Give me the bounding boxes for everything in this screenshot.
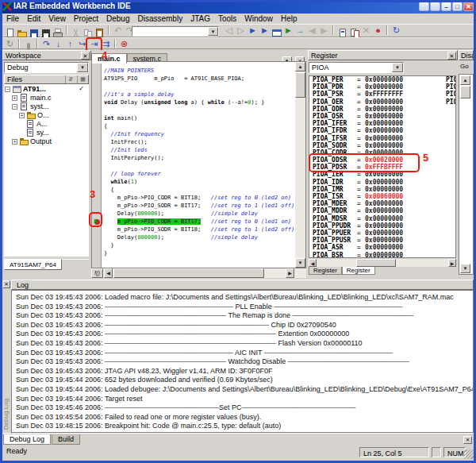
scroll-right-icon[interactable]: ▶ — [286, 268, 294, 278]
register-row-pioa_sodr[interactable]: PIOA_SODR=0x00000000 — [309, 142, 455, 149]
tab-build[interactable]: Build — [52, 434, 80, 445]
stop-debugging-button[interactable]: ⊗ — [118, 39, 130, 50]
debug-session-button[interactable]: ● — [372, 25, 384, 37]
go-button[interactable]: ⇉ — [100, 39, 112, 50]
step-over-button[interactable]: ↷ — [40, 39, 52, 50]
code-line[interactable]: m_pPio->PIO_CODR = BIT18; //set reg to 0… — [104, 194, 286, 202]
files-column-1-icon[interactable]: ⇵ — [65, 75, 76, 83]
tree-expander-icon[interactable]: − — [12, 104, 17, 110]
menu-disassembly[interactable]: Disassembly — [133, 14, 186, 24]
register-row-pioa_mdsr[interactable]: PIOA_MDSR=0x00000000 — [309, 215, 455, 222]
register-combo-dropdown[interactable]: ▼ — [392, 63, 403, 72]
find-combo-dropdown[interactable]: ▼ — [208, 27, 218, 36]
toggle-breakpoint-button[interactable]: ► — [259, 25, 271, 37]
log-tabbar-close-icon[interactable]: ✕ — [463, 436, 472, 444]
editor-horizontal-scrollbar[interactable]: f() ◀ ▶ — [91, 268, 306, 278]
cut-button[interactable] — [70, 25, 82, 37]
make-project-button[interactable] — [348, 25, 360, 37]
stop-build-button[interactable]: ✕ — [360, 25, 372, 37]
tree-expander-icon[interactable]: − — [5, 87, 10, 92]
navigate-back-button[interactable]: ◀ — [306, 25, 318, 37]
menu-debug[interactable]: Debug — [102, 14, 133, 24]
register-row-pioa_isr[interactable]: PIOA_ISR=0x00060000 — [309, 193, 455, 200]
code-line[interactable]: void Delay (unsigned long a) { while (--… — [104, 98, 286, 106]
register-row-pioa_asr[interactable]: PIOA_ASR=0x00000000 — [309, 244, 455, 251]
code-line[interactable]: //it's a simple delay — [104, 91, 286, 98]
code-line[interactable] — [104, 83, 286, 91]
minimize-button[interactable]: – — [441, 2, 451, 11]
editor-vertical-scrollbar[interactable]: ▲ ▼ — [295, 62, 305, 268]
save-all-button[interactable] — [40, 25, 52, 37]
register-row-pioa_codr[interactable]: PIOA_CODR=0x00000000 — [309, 149, 455, 156]
register-row-pioa_osr[interactable]: PIOA_OSR=0x00060000 — [309, 113, 455, 120]
code-line[interactable]: InitPeriphery(); — [104, 154, 286, 162]
menu-edit[interactable]: Edit — [23, 14, 44, 24]
register-tab-2[interactable]: Register — [342, 267, 375, 275]
code-line[interactable]: { — [104, 186, 286, 194]
window-button-2[interactable] — [430, 2, 440, 11]
step-into-button[interactable]: ↓ — [52, 39, 64, 50]
code-line[interactable]: } — [104, 241, 286, 249]
tree-item-o[interactable]: +O... — [4, 110, 89, 119]
step-out-button[interactable]: ↑ — [64, 39, 76, 50]
code-line[interactable]: Delay(800000); //simple delay — [104, 210, 286, 218]
register-row-pioa_pdsr[interactable]: PIOA_PDSR=0xFFFBFFFF — [309, 164, 455, 171]
maximize-button[interactable]: □ — [452, 2, 463, 11]
tree-expander-icon[interactable]: + — [19, 113, 25, 118]
code-line[interactable]: while(1) — [104, 178, 286, 186]
configuration-combo[interactable]: Debug ▼ — [4, 62, 89, 73]
scroll-up-icon[interactable]: ▲ — [295, 62, 305, 71]
tree-expander-icon[interactable]: + — [12, 95, 17, 101]
reset-button[interactable]: ↻ — [4, 39, 16, 50]
menu-tools[interactable]: Tools — [214, 14, 240, 24]
go-to-pointer-button[interactable]: ► — [247, 25, 259, 37]
register-row-pioa_psr[interactable]: PIOA_PSR=0xFFFFFFFFPIOA — [309, 91, 455, 98]
register-row-pioa_mddr[interactable]: PIOA_MDDR=0x00000000 — [309, 207, 455, 214]
register-row-pioa_per[interactable]: PIOA_PER=0x00000000PIOA — [309, 76, 455, 83]
register-row-pioa_bsr[interactable]: PIOA_BSR=0x00000000 — [309, 252, 455, 259]
code-line[interactable]: //MAIN POINTERS — [104, 67, 286, 75]
code-line[interactable] — [104, 106, 286, 114]
register-tab-1[interactable]: Register — [309, 267, 342, 275]
configuration-combo-dropdown[interactable]: ▼ — [77, 63, 88, 72]
tree-item-syst[interactable]: −syst... — [4, 102, 89, 110]
watch-window-button[interactable] — [271, 25, 282, 37]
menu-file[interactable]: File — [2, 14, 23, 24]
paste-button[interactable] — [94, 25, 106, 37]
register-row-pioa_ppudr[interactable]: PIOA_PPUDR=0x00000000 — [309, 222, 455, 230]
close-button[interactable]: ✕ — [463, 2, 474, 11]
code-line[interactable]: m_pPio->PIO_SODR = BIT18; //set reg to 1… — [104, 226, 286, 233]
code-line[interactable] — [104, 162, 286, 170]
window-button-1[interactable] — [419, 2, 429, 11]
workspace-close-icon[interactable]: ✕ — [81, 52, 90, 60]
tree-expander-icon[interactable]: + — [12, 139, 17, 145]
editor-tab-main-c[interactable]: main.c — [91, 53, 127, 64]
code-area[interactable]: //MAIN POINTERSAT91PS_PIO m_pPio = AT91C… — [104, 67, 286, 257]
register-row-pioa_idr[interactable]: PIOA_IDR=0x00000000 — [309, 179, 455, 186]
register-row-pioa_odsr[interactable]: PIOA_ODSR=0x00020000 — [309, 156, 455, 164]
download-button[interactable]: → — [294, 25, 306, 37]
register-row-pioa_mder[interactable]: PIOA_MDER=0x00000000 — [309, 200, 455, 207]
compile-button[interactable] — [336, 25, 348, 37]
register-horizontal-scrollbar[interactable]: ◀ ▶ — [309, 259, 456, 267]
find-next-button[interactable]: ▷ — [235, 25, 247, 37]
navigate-forward-button[interactable]: ▶ — [318, 25, 330, 37]
tree-item-sy[interactable]: sy... — [4, 128, 89, 137]
print-button[interactable] — [52, 25, 63, 37]
make-button[interactable]: ► — [282, 25, 294, 37]
hscroll-thumb[interactable] — [113, 268, 264, 278]
open-file-button[interactable] — [16, 25, 28, 37]
restart-debugger-button[interactable]: ↻ — [390, 25, 402, 37]
tree-item-output[interactable]: +Output — [4, 137, 89, 145]
register-row-pioa_ifdr[interactable]: PIOA_IFDR=0x00000000 — [309, 127, 455, 134]
code-line[interactable]: AT91PS_PIO m_pPio = AT91C_BASE_PIOA; — [104, 75, 286, 83]
breakpoint-margin[interactable]: ► — [92, 62, 102, 268]
code-line[interactable]: //Init frequency — [104, 130, 286, 138]
undo-button[interactable]: ↶ — [112, 25, 124, 37]
disasm-scroll-down-icon[interactable]: ▼ — [460, 264, 470, 273]
register-group-combo[interactable]: PIOA ▼ — [309, 62, 404, 73]
scroll-down-icon[interactable]: ▼ — [295, 258, 305, 268]
run-to-cursor-button[interactable]: ⇥ — [88, 39, 100, 50]
code-line[interactable]: { — [104, 122, 286, 130]
register-close-icon[interactable]: ✕ — [447, 52, 456, 60]
